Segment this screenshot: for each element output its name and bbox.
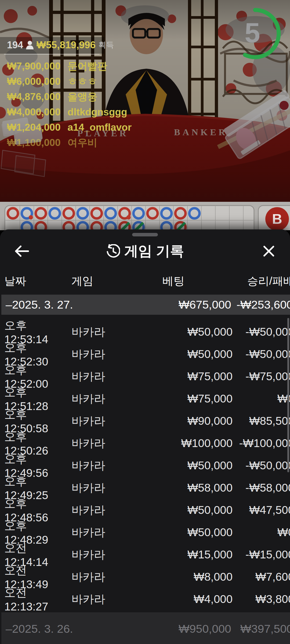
history-row: 오후 12:48:56바카라₩50,000₩47,500 <box>0 496 290 518</box>
group-date: –2025. 3. 26. <box>6 622 116 635</box>
row-result: ₩0 <box>233 392 290 405</box>
sheet-title: 게임 기록 <box>124 242 184 261</box>
row-game: 바카라 <box>71 525 114 540</box>
column-header-result: 승리/패배 <box>233 274 290 288</box>
group-bet-total: ₩675,000 <box>116 298 231 311</box>
row-game: 바카라 <box>71 592 114 607</box>
bead-road-grid[interactable]: B <box>0 202 290 230</box>
row-result: -₩50,000 <box>233 348 290 361</box>
row-game: 바카라 <box>71 480 114 495</box>
group-bet-total: ₩950,000 <box>116 622 231 635</box>
game-history-sheet: 게임 기록 날짜 게임 베팅 승리/패배 –2025. 3. 27. ₩675,… <box>0 229 290 644</box>
row-bet: ₩15,000 <box>114 548 233 561</box>
winner-list: ₩7,900,000문어빨판₩6,000,000ㅎㅎㅎ₩4,876,000울앵웅… <box>7 58 132 150</box>
winner-amount: ₩1,204,000 <box>7 122 61 133</box>
row-bet: ₩4,000 <box>114 593 233 606</box>
table-column-headers: 날짜 게임 베팅 승리/패배 <box>0 271 290 291</box>
history-row: 오후 12:52:30바카라₩50,000-₩50,000 <box>0 340 290 363</box>
live-video: PLAYER BANKER 194 ₩55,819,996 획득 ₩7,900,… <box>0 0 290 202</box>
svg-text:B: B <box>272 211 282 227</box>
history-row: 오후 12:52:00바카라₩75,000-₩75,000 <box>0 363 290 385</box>
row-result: ₩3,800 <box>233 593 290 606</box>
winner-name: 여우비 <box>68 136 97 149</box>
row-game: 바카라 <box>71 458 114 473</box>
winner-ticker-header: 194 ₩55,819,996 획득 <box>7 39 114 51</box>
winner-name: a14_omflavor <box>68 122 132 133</box>
winner-row: ₩4,876,000울앵웅 <box>7 89 132 104</box>
winner-amount: ₩7,900,000 <box>7 61 61 72</box>
winner-name: ㅎㅎㅎ <box>68 75 97 88</box>
row-game: 바카라 <box>71 547 114 562</box>
winner-row: ₩6,000,000ㅎㅎㅎ <box>7 74 132 89</box>
close-button[interactable] <box>257 240 281 263</box>
row-bet: ₩75,000 <box>114 392 233 405</box>
winner-row: ₩4,000,000dltkdgnsggg <box>7 104 132 120</box>
column-header-date: 날짜 <box>4 274 71 288</box>
row-result: -₩50,000 <box>233 459 290 472</box>
date-group-row[interactable]: –2025. 3. 27. ₩675,000 -₩253,600 <box>1 295 290 315</box>
back-arrow-icon <box>14 245 29 258</box>
row-result: -₩50,000 <box>233 325 290 338</box>
countdown-number: 5 <box>236 19 269 47</box>
row-game: 바카라 <box>71 391 114 406</box>
row-bet: ₩100,000 <box>114 437 233 450</box>
scrollbar-thumb[interactable] <box>287 318 289 472</box>
history-rows-list[interactable]: 오후 12:53:14바카라₩50,000-₩50,000오후 12:52:30… <box>0 318 290 608</box>
winner-row: ₩7,900,000문어빨판 <box>7 58 132 74</box>
back-button[interactable] <box>10 240 34 263</box>
sheet-title-wrap: 게임 기록 <box>0 240 290 263</box>
row-game: 바카라 <box>71 414 114 429</box>
winner-total-amount: ₩55,819,996 <box>37 39 96 51</box>
roadmap-strip: B <box>0 202 290 230</box>
history-row: 오후 12:49:56바카라₩50,000-₩50,000 <box>0 452 290 474</box>
winner-amount: ₩4,876,000 <box>7 91 61 103</box>
history-row: 오후 12:49:25바카라₩58,000-₩58,000 <box>0 474 290 496</box>
column-header-game: 게임 <box>71 274 114 288</box>
row-bet: ₩50,000 <box>114 504 233 517</box>
winner-row: ₩1,204,000a14_omflavor <box>7 120 132 135</box>
history-row: 오후 12:50:26바카라₩100,000-₩100,000 <box>0 429 290 452</box>
group-result-total: ₩397,500 <box>231 622 290 635</box>
row-bet: ₩8,000 <box>114 570 233 583</box>
history-row: 오후 12:53:14바카라₩50,000-₩50,000 <box>0 318 290 340</box>
close-icon <box>263 245 275 257</box>
row-result: -₩58,000 <box>233 481 290 494</box>
row-bet: ₩50,000 <box>114 459 233 472</box>
group-date: –2025. 3. 27. <box>6 298 116 311</box>
winner-amount: ₩6,000,000 <box>7 76 61 87</box>
row-result: -₩75,000 <box>233 370 290 383</box>
sheet-header: 게임 기록 <box>0 240 290 263</box>
row-result: -₩15,000 <box>233 548 290 561</box>
winner-row: ₩1,100,000여우비 <box>7 135 132 150</box>
row-result: ₩7,600 <box>233 570 290 583</box>
row-result: -₩100,000 <box>233 437 290 450</box>
row-bet: ₩50,000 <box>114 526 233 539</box>
winner-suffix: 획득 <box>98 40 114 50</box>
row-bet: ₩50,000 <box>114 325 233 338</box>
winner-name: 문어빨판 <box>68 60 107 73</box>
history-row: 오후 12:51:28바카라₩75,000₩0 <box>0 385 290 407</box>
history-row: 오전 12:13:27바카라₩4,000₩3,800 <box>0 585 290 608</box>
winner-count: 194 <box>7 39 23 51</box>
history-row: 오전 12:14:14바카라₩15,000-₩15,000 <box>0 541 290 563</box>
person-icon <box>26 41 34 50</box>
row-time: 오전 12:13:27 <box>4 585 71 613</box>
row-game: 바카라 <box>71 503 114 518</box>
row-game: 바카라 <box>71 347 114 362</box>
history-row: 오후 12:48:29바카라₩50,000₩0 <box>0 518 290 541</box>
winner-amount: ₩1,100,000 <box>7 137 61 148</box>
history-row: 오전 12:13:49바카라₩8,000₩7,600 <box>0 563 290 585</box>
row-result: ₩85,500 <box>233 415 290 427</box>
row-bet: ₩50,000 <box>114 348 233 361</box>
winner-name: 울앵웅 <box>68 90 97 104</box>
row-game: 바카라 <box>71 436 114 451</box>
date-group-row[interactable]: –2025. 3. 26. ₩950,000 ₩397,500 <box>1 612 290 644</box>
row-game: 바카라 <box>71 324 114 339</box>
row-game: 바카라 <box>71 369 114 384</box>
history-clock-icon <box>106 244 120 258</box>
column-header-bet: 베팅 <box>114 274 233 288</box>
winner-name: dltkdgnsggg <box>68 107 127 118</box>
drag-handle[interactable] <box>132 233 158 236</box>
winner-amount: ₩4,000,000 <box>7 107 61 118</box>
winner-separator <box>4 54 100 54</box>
